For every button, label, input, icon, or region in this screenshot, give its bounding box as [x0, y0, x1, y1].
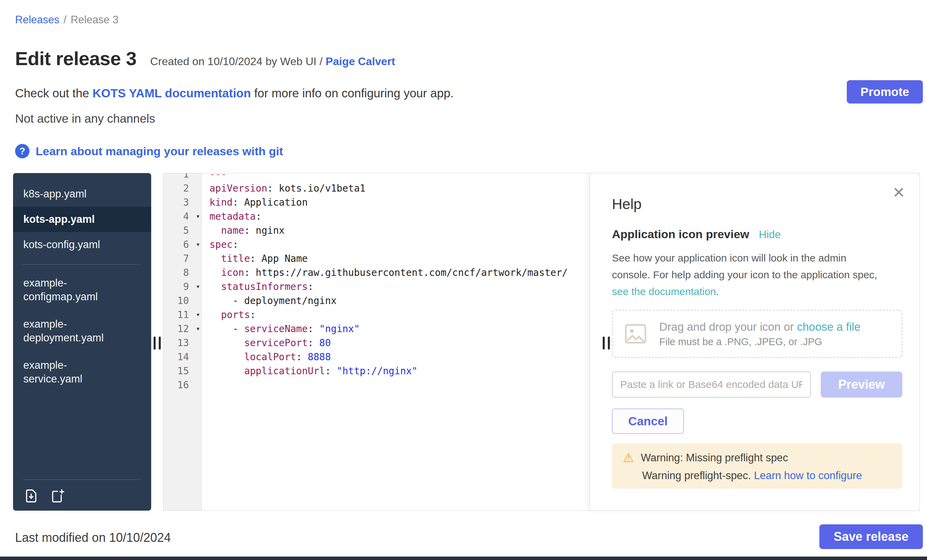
line-number: 15	[164, 364, 202, 378]
question-circle-icon: ?	[15, 144, 29, 158]
warning-triangle-icon: ⚠	[623, 452, 634, 464]
icon-url-input[interactable]	[612, 372, 811, 398]
breadcrumb: Releases/Release 3	[15, 14, 118, 26]
code-text: servicePort: 80	[202, 336, 331, 350]
help-panel: ✕ Help Application icon preview Hide See…	[590, 173, 920, 511]
created-prefix: Created on 10/10/2024 by Web UI /	[150, 55, 326, 68]
file-tree-item[interactable]: example-deployment.yaml	[13, 313, 151, 349]
line-number: 9▾	[164, 280, 202, 294]
code-text: spec:	[202, 238, 238, 252]
line-number: 2	[164, 181, 202, 195]
icon-preview-section: Application icon preview Hide	[612, 228, 781, 241]
icon-dropzone[interactable]: Drag and drop your icon or choose a file…	[612, 310, 902, 358]
code-text: kind: Application	[202, 195, 308, 209]
created-text: Created on 10/10/2024 by Web UI / Paige …	[150, 55, 395, 68]
code-text	[202, 378, 210, 392]
line-number: 10	[164, 294, 202, 308]
preflight-warning-box: ⚠ Warning: Missing preflight spec Warnin…	[612, 443, 902, 489]
cancel-button[interactable]: Cancel	[612, 408, 684, 434]
file-tree-item[interactable]: kots-app.yaml	[13, 206, 151, 232]
icon-preview-description: See how your application icon will look …	[612, 249, 886, 300]
breadcrumb-current: Release 3	[71, 14, 119, 26]
code-text: title: App Name	[202, 252, 308, 266]
author-link[interactable]: Paige Calvert	[326, 55, 395, 68]
warning-title: Warning: Missing preflight spec	[641, 452, 788, 464]
code-text: ports:	[202, 308, 256, 322]
docs-prefix: Check out the	[15, 87, 93, 100]
code-text: icon: https://raw.githubusercontent.com/…	[202, 266, 568, 280]
code-text: metadata:	[202, 209, 261, 223]
line-number: 3	[164, 195, 202, 209]
code-text: ---	[202, 173, 227, 181]
sidebar-resize-handle[interactable]	[153, 337, 161, 349]
file-tree-item[interactable]: k8s-app.yaml	[13, 181, 151, 206]
git-docs-link[interactable]: Learn about managing your releases with …	[36, 145, 283, 158]
kots-yaml-docs-link[interactable]: KOTS YAML documentation	[93, 87, 251, 100]
line-number: 5	[164, 223, 202, 238]
code-text: localPort: 8888	[202, 350, 331, 364]
preview-button[interactable]: Preview	[821, 372, 902, 398]
file-tree-actions	[23, 480, 141, 504]
dropzone-text: Drag and drop your icon or choose a file	[659, 320, 860, 334]
git-help-row: ? Learn about managing your releases wit…	[15, 144, 283, 158]
help-panel-title: Help	[612, 196, 641, 212]
promote-button[interactable]: Promote	[847, 80, 923, 103]
line-number: 14	[164, 350, 202, 364]
dropzone-text-block: Drag and drop your icon or choose a file…	[659, 320, 860, 348]
fold-arrow-icon[interactable]: ▾	[196, 280, 200, 294]
docs-suffix: for more info on configuring your app.	[251, 87, 454, 100]
bottom-edge	[0, 557, 927, 560]
breadcrumb-separator: /	[64, 14, 67, 26]
warning-title-row: ⚠ Warning: Missing preflight spec	[623, 452, 891, 464]
warning-detail-text: Warning preflight-spec.	[642, 469, 754, 481]
channel-status: Not active in any channels	[15, 112, 155, 126]
line-number: 13	[164, 336, 202, 350]
edit-release-page: Releases/Release 3 Edit release 3 Create…	[0, 0, 927, 560]
hide-link[interactable]: Hide	[759, 229, 781, 241]
line-number: 8	[164, 266, 202, 280]
icon-preview-title: Application icon preview	[612, 228, 749, 241]
line-number: 1	[164, 173, 202, 181]
line-number: 12▾	[164, 322, 202, 336]
close-icon[interactable]: ✕	[892, 185, 905, 200]
image-placeholder-icon	[624, 323, 647, 344]
code-text: apiVersion: kots.io/v1beta1	[202, 181, 365, 195]
file-tree-list: k8s-app.yamlkots-app.yamlkots-config.yam…	[13, 173, 151, 391]
line-number: 4▾	[164, 209, 202, 223]
dropzone-hint: File must be a .PNG, .JPEG, or .JPG	[659, 336, 860, 348]
new-file-icon[interactable]	[49, 488, 65, 504]
fold-arrow-icon[interactable]: ▾	[196, 308, 200, 322]
warning-detail-row: Warning preflight-spec. Learn how to con…	[642, 469, 891, 482]
choose-file-link[interactable]: choose a file	[797, 320, 860, 333]
see-documentation-link[interactable]: see the documentation	[612, 286, 716, 297]
description-text: See how your application icon will look …	[612, 252, 877, 280]
line-number: 11▾	[164, 308, 202, 322]
file-tree-item[interactable]: example-service.yaml	[13, 354, 151, 391]
breadcrumb-releases-link[interactable]: Releases	[15, 14, 59, 26]
code-text: name: nginx	[202, 223, 284, 238]
line-number: 7	[164, 252, 202, 266]
upload-file-icon[interactable]	[23, 488, 39, 504]
line-number: 6▾	[164, 238, 202, 252]
save-release-button[interactable]: Save release	[819, 524, 923, 549]
line-number: 16	[164, 378, 202, 392]
page-title: Edit release 3	[15, 47, 137, 70]
code-text: - deployment/nginx	[202, 294, 337, 308]
file-tree-sidebar: k8s-app.yamlkots-app.yamlkots-config.yam…	[13, 173, 151, 511]
fold-arrow-icon[interactable]: ▾	[196, 322, 200, 336]
help-resize-handle[interactable]	[603, 337, 610, 349]
file-tree-item[interactable]: kots-config.yaml	[13, 232, 151, 257]
code-text: applicationUrl: "http://nginx"	[202, 364, 418, 378]
fold-arrow-icon[interactable]: ▾	[196, 238, 200, 252]
docs-line: Check out the KOTS YAML documentation fo…	[15, 87, 454, 100]
code-text: statusInformers:	[202, 280, 313, 294]
last-modified-text: Last modified on 10/10/2024	[15, 531, 171, 545]
dropzone-prefix: Drag and drop your icon or	[659, 320, 797, 333]
learn-how-to-configure-link[interactable]: Learn how to configure	[754, 469, 862, 481]
code-text: - serviceName: "nginx"	[202, 322, 360, 336]
file-tree-item[interactable]: example-configmap.yaml	[13, 272, 151, 308]
fold-arrow-icon[interactable]: ▾	[196, 209, 200, 223]
title-row: Edit release 3 Created on 10/10/2024 by …	[15, 47, 395, 70]
description-period: .	[716, 286, 719, 297]
